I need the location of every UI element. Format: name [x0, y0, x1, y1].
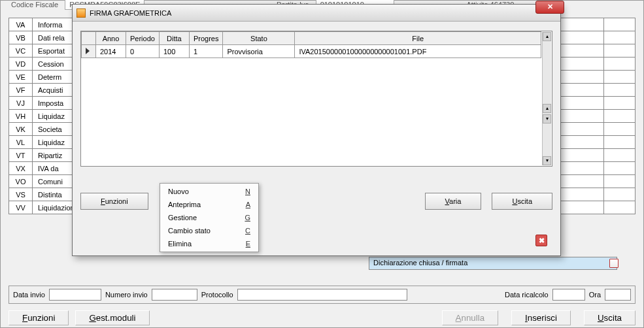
grid-data-row[interactable]: 2014 0 100 1 Provvisoria IVA201500000100…	[82, 45, 541, 58]
section-code: VE	[9, 71, 33, 84]
input-protocollo[interactable]	[237, 289, 407, 301]
section-code: VO	[9, 175, 33, 188]
dialog-title-text: FIRMA GRAFOMETRICA	[90, 9, 171, 17]
dialog-varia-button[interactable]: Varia	[425, 193, 482, 210]
footer-gest-moduli-button[interactable]: Gest.moduli	[75, 310, 149, 325]
scroll-up-icon[interactable]: ▴	[543, 32, 551, 41]
input-ora[interactable]	[605, 289, 631, 301]
grid-cell-ditta: 100	[159, 45, 189, 58]
dialog-funzioni-button[interactable]: Funzioni	[80, 193, 148, 210]
menu-item-label: Nuovo	[168, 188, 245, 195]
menu-item-label: Cambio stato	[168, 227, 245, 235]
section-code: VA	[9, 18, 33, 31]
scroll-down-icon[interactable]: ▾	[543, 156, 551, 165]
input-data-ricalcolo[interactable]	[552, 289, 585, 301]
label-numero-invio: Numero invio	[105, 291, 148, 299]
grid-cell-progres: 1	[189, 45, 223, 58]
menu-item-label: Gestione	[168, 214, 245, 221]
section-code: VC	[9, 44, 33, 57]
scroll-mid-down-icon[interactable]: ▾	[543, 114, 551, 123]
grid-cell-anno: 2014	[96, 45, 126, 58]
section-code: VD	[9, 57, 33, 71]
menu-item-shortcut: N	[245, 188, 250, 195]
grid-header-row: Anno Periodo Ditta Progres Stato File	[82, 32, 541, 45]
footer-buttons: Funzioni Gest.moduli Annulla Inserisci U…	[8, 308, 636, 327]
menu-item-elimina[interactable]: EliminaE	[161, 237, 257, 250]
section-code: VV	[9, 201, 33, 214]
menu-item-shortcut: E	[246, 240, 250, 248]
grid-header-selector	[82, 32, 96, 45]
label-ora: Ora	[589, 291, 601, 299]
menu-item-shortcut: G	[245, 214, 250, 221]
grid-header-anno: Anno	[96, 32, 126, 45]
grid-scrollbar[interactable]: ▴ ▴ ▾ ▾	[542, 32, 551, 165]
grid-header-periodo: Periodo	[126, 32, 160, 45]
grid-cell-periodo: 0	[126, 45, 160, 58]
section-code: VF	[9, 84, 33, 97]
footer-uscita-button[interactable]: Uscita	[584, 310, 636, 325]
section-code: VH	[9, 110, 33, 123]
grid-header-file: File	[295, 32, 541, 45]
section-code: VK	[9, 123, 33, 136]
dialog-red-close-icon[interactable]: ✖	[535, 235, 547, 246]
label-codice-fiscale: Codice Fiscale	[11, 1, 58, 8]
menu-item-label: Elimina	[168, 240, 246, 248]
label-protocollo: Protocollo	[201, 291, 233, 299]
scroll-mid-up-icon[interactable]: ▴	[543, 104, 551, 113]
grid-header-stato: Stato	[223, 32, 295, 45]
firma-grafometrica-dialog: FIRMA GRAFOMETRICA ✕ Anno Periodo Ditta …	[72, 4, 561, 256]
menu-item-shortcut: C	[245, 227, 250, 235]
menu-item-cambio-stato[interactable]: Cambio statoC	[161, 224, 257, 237]
grid-cell-file: IVA2015000001000000000001001.PDF	[295, 45, 541, 58]
menu-item-label: Anteprima	[168, 201, 246, 208]
menu-item-shortcut: A	[246, 201, 250, 208]
menu-item-gestione[interactable]: GestioneG	[161, 211, 257, 224]
status-bar: Dichiarazione chiusa / firmata	[369, 257, 617, 270]
label-data-ricalcolo: Data ricalcolo	[505, 291, 549, 299]
footer-funzioni-button[interactable]: Funzioni	[8, 310, 69, 325]
menu-item-nuovo[interactable]: NuovoN	[161, 185, 257, 198]
section-code: VX	[9, 162, 33, 175]
input-numero-invio[interactable]	[152, 289, 197, 301]
grid-header-progres: Progres	[189, 32, 223, 45]
section-code: VT	[9, 149, 33, 162]
section-code: VS	[9, 188, 33, 201]
label-data-invio: Data invio	[13, 291, 45, 299]
dialog-uscita-button[interactable]: Uscita	[492, 193, 552, 210]
input-data-invio[interactable]	[49, 289, 101, 301]
dialog-app-icon	[76, 8, 86, 18]
section-code: VB	[9, 31, 33, 44]
section-code: VL	[9, 136, 33, 149]
section-code: VJ	[9, 97, 33, 110]
dialog-titlebar: FIRMA GRAFOMETRICA	[73, 5, 560, 22]
grid-header-ditta: Ditta	[159, 32, 189, 45]
context-menu: NuovoNAnteprimaAGestioneGCambio statoCEl…	[160, 183, 259, 252]
footer-inserisci-button[interactable]: Inserisci	[511, 310, 571, 325]
grid-cell-stato: Provvisoria	[223, 45, 295, 58]
menu-item-anteprima[interactable]: AnteprimaA	[161, 198, 257, 211]
document-status-icon	[609, 259, 619, 268]
bottom-fields-bar: Data invio Numero invio Protocollo Data …	[8, 286, 636, 304]
footer-annulla-button[interactable]: Annulla	[442, 310, 498, 325]
grid-row-pointer	[82, 45, 96, 58]
dialog-close-button[interactable]: ✕	[535, 1, 564, 14]
dialog-grid: Anno Periodo Ditta Progres Stato File 20…	[80, 31, 552, 167]
